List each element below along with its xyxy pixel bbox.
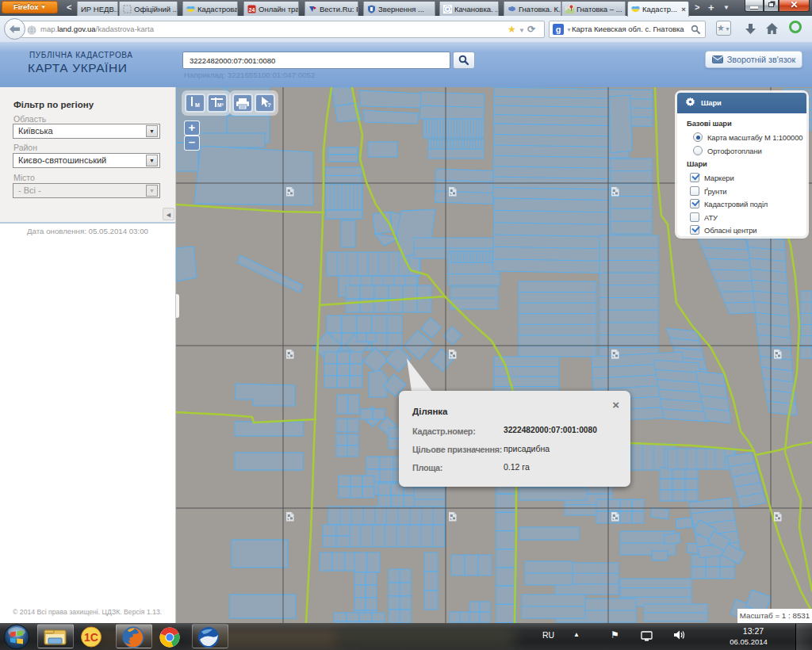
svg-text:24: 24	[249, 7, 255, 13]
svg-text:M²: M²	[217, 102, 224, 108]
svg-text:1С: 1С	[84, 631, 98, 644]
svg-text:?: ?	[267, 101, 271, 109]
svg-text:M: M	[195, 102, 200, 108]
